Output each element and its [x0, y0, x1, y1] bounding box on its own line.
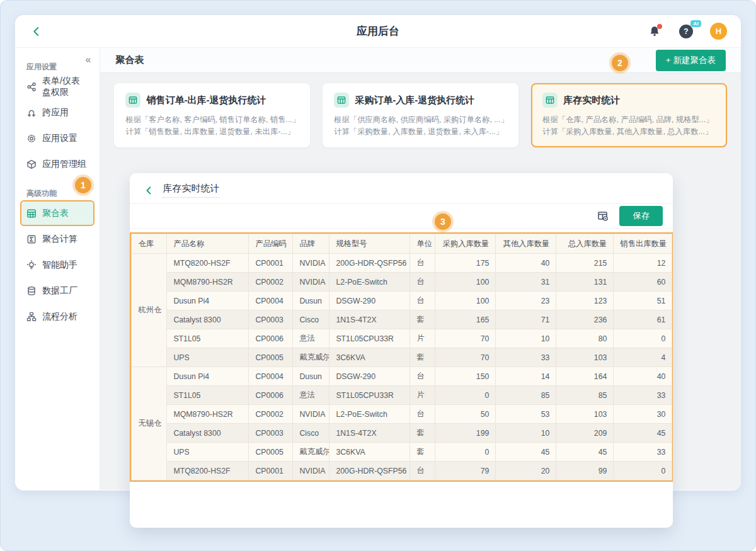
ai-badge: AI [690, 20, 701, 27]
sidebar-item[interactable]: 跨应用 [20, 99, 94, 125]
table-cell: CP0004 [249, 292, 293, 310]
table-cell: 10 [496, 424, 556, 443]
main-header-bar: 聚合表 + 新建聚合表 [100, 48, 741, 73]
table-cell: 33 [496, 348, 556, 367]
table-cell: MTQ8200-HS2F [167, 254, 249, 273]
table-cell: 70 [435, 329, 496, 348]
detail-header: 库存实时统计 [130, 173, 673, 203]
card-title: 库存实时统计 [563, 94, 620, 106]
table-cell: 100 [435, 292, 496, 310]
table-cell: Dusun Pi4 [167, 367, 249, 386]
table-cell: NVIDIA [293, 254, 329, 273]
table-column-header: 其他入库数量 [496, 234, 556, 254]
table-cell: 片 [410, 329, 435, 348]
sidebar-item[interactable]: 聚合计算 [20, 226, 94, 252]
table-cell: 套 [410, 424, 435, 443]
table-cell: DSGW-290 [329, 367, 410, 386]
collapse-sidebar-icon[interactable]: « [85, 54, 91, 65]
table-cell: 51 [614, 292, 672, 310]
table-icon [125, 93, 140, 108]
notification-bell-icon[interactable] [647, 24, 662, 39]
bulb-icon [26, 260, 37, 270]
sidebar-item-label: 应用管理组 [42, 159, 86, 170]
table-cell: ST1L05CPU33R [329, 329, 410, 348]
table-cell: 61 [614, 310, 672, 329]
app-body: « 应用设置表单/仪表盘权限跨应用应用设置应用管理组高级功能聚合表聚合计算智能助… [15, 48, 741, 490]
table-cell: 台 [410, 273, 435, 292]
table-cell: 199 [435, 424, 496, 443]
card-header: 销售订单-出库-退货执行统计 [125, 93, 299, 108]
save-button[interactable]: 保存 [619, 206, 663, 226]
table-cell: CP0003 [249, 310, 293, 329]
table-cell: NVIDIA [293, 462, 329, 480]
table-icon [334, 93, 349, 108]
sidebar-item[interactable]: 智能助手 [20, 252, 94, 278]
table-cell: 175 [435, 254, 496, 273]
back-icon[interactable] [29, 24, 44, 39]
table-column-header: 品牌 [293, 234, 329, 254]
table-cell: CP0002 [249, 405, 293, 424]
cube-icon [26, 159, 37, 169]
sidebar-item[interactable]: 聚合表 [20, 200, 94, 226]
table-cell: UPS [167, 443, 249, 462]
table-cell: 套 [410, 348, 435, 367]
page-title: 应用后台 [15, 24, 741, 38]
table-cell: 71 [496, 310, 556, 329]
sidebar-item[interactable]: 应用设置 [20, 125, 94, 151]
detail-back-icon[interactable] [141, 183, 156, 198]
table-cell: 79 [435, 462, 496, 480]
aggregate-card[interactable]: 销售订单-出库-退货执行统计根据「客户名称, 客户编码, 销售订单名称, 销售.… [114, 83, 310, 147]
table-column-header: 产品名称 [167, 234, 249, 254]
table-row: UPSCP0005戴克威尔3C6KVA套70331034 [132, 348, 672, 367]
table-cell: 套 [410, 310, 435, 329]
sidebar-item[interactable]: 应用管理组 [20, 151, 94, 177]
table-cell: Cisco [293, 310, 329, 329]
aggregate-card[interactable]: 库存实时统计根据「仓库, 产品名称, 产品编码, 品牌, 规格型...」计算「采… [531, 83, 727, 147]
sidebar-item-label: 数据工厂 [42, 285, 77, 297]
table-cell: CP0005 [249, 348, 293, 367]
table-row: ST1L05CP0006意法ST1L05CPU33R片7010800 [132, 329, 672, 348]
detail-title-editable[interactable]: 库存实时统计 [163, 183, 219, 198]
table-cell: 戴克威尔 [293, 443, 329, 462]
new-aggregate-table-button[interactable]: + 新建聚合表 [656, 50, 726, 71]
table-header-row: 仓库产品名称产品编码品牌规格型号单位采购入库数量其他入库数量总入库数量销售出库数… [132, 234, 672, 254]
notification-dot [657, 24, 662, 29]
table-cell: 14 [496, 367, 556, 386]
avatar[interactable]: H [710, 23, 727, 40]
card-desc-line: 计算「销售数量, 出库数量, 退货数量, 未出库-...」 [125, 126, 299, 138]
table-cell: 33 [614, 386, 672, 405]
sidebar-item[interactable]: 表单/仪表盘权限 [20, 74, 94, 99]
sidebar-item[interactable]: 数据工厂 [20, 278, 94, 304]
table-cell: 1N1S-4T2X [329, 310, 410, 329]
help-icon[interactable]: ? AI [679, 24, 694, 39]
table-cell: 0 [435, 386, 496, 405]
field-settings-icon[interactable] [595, 208, 610, 224]
table-cell: 209 [556, 424, 614, 443]
table-cell: 103 [556, 348, 614, 367]
table-cell: Dusun Pi4 [167, 292, 249, 310]
table-column-header: 单位 [410, 234, 435, 254]
table-cell: UPS [167, 348, 249, 367]
sidebar-item[interactable]: 流程分析 [20, 304, 94, 329]
table-icon [542, 93, 558, 108]
table-cell: 100 [435, 273, 496, 292]
table-row: MQM8790-HS2RCP0002NVIDIAL2-PoE-Switch台10… [132, 273, 672, 292]
app-window: 应用后台 ? AI H « 应用设置表单/仪表盘权限跨应用应用设置应用管理组高级… [15, 15, 741, 491]
main-area: 聚合表 + 新建聚合表 销售订单-出库-退货执行统计根据「客户名称, 客户编码,… [100, 48, 741, 490]
table-cell: CP0001 [249, 254, 293, 273]
aggregate-card[interactable]: 采购订单-入库-退货执行统计根据「供应商名称, 供应商编码, 采购订单名称, .… [323, 83, 518, 147]
gear-icon [26, 133, 37, 144]
table-cell: NVIDIA [293, 405, 329, 424]
table-cell: L2-PoE-Switch [329, 405, 410, 424]
table-cell: 215 [556, 254, 614, 273]
tour-step-1-badge: 1 [75, 177, 91, 193]
detail-panel: 库存实时统计 保存 仓库产品名称产品编码品牌规格型号单位采 [130, 173, 673, 528]
table-cell: 31 [496, 273, 556, 292]
table-cell: Dusun [293, 367, 329, 386]
table-cell: 意法 [293, 386, 329, 405]
aggregate-table-highlight: 仓库产品名称产品编码品牌规格型号单位采购入库数量其他入库数量总入库数量销售出库数… [130, 232, 673, 482]
table-cell: 10 [496, 329, 556, 348]
table-cell: 103 [556, 405, 614, 424]
table-cell: ST1L05 [167, 386, 249, 405]
table-cell: CP0001 [249, 462, 293, 480]
